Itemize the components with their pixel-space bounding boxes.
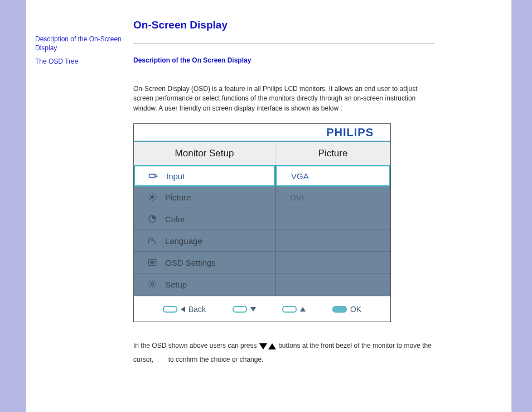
brightness-icon <box>147 192 157 202</box>
follow-text-a: In the OSD shown above users can press <box>133 342 257 349</box>
osd-col-header-right: Picture <box>275 142 390 165</box>
osd-option-empty <box>275 208 390 230</box>
osd-menu-label: Color <box>165 214 185 224</box>
follow-paragraph: In the OSD shown above users can press b… <box>133 339 434 367</box>
osd-menu-label: Setup <box>165 280 187 289</box>
svg-rect-12 <box>150 261 154 264</box>
osd-menu-label: Input <box>166 171 185 181</box>
color-icon <box>147 214 157 224</box>
chevron-down-icon <box>250 307 256 312</box>
osd-menu-label: OSD Settings <box>165 258 216 267</box>
input-icon <box>148 171 158 181</box>
osd-up-button <box>282 306 306 313</box>
osd-option-empty <box>275 230 390 252</box>
svg-line-9 <box>154 194 156 195</box>
intro-paragraph: On-Screen Display (OSD) is a feature in … <box>133 84 434 113</box>
follow-text-c: to confirm the choice or change. <box>168 356 264 363</box>
chevron-left-icon <box>181 306 185 312</box>
osd-back-button: Back <box>163 305 206 314</box>
svg-line-6 <box>149 194 151 195</box>
philips-logo: PHILIPS <box>326 124 374 141</box>
divider <box>133 44 434 44</box>
osd-ok-button: OK <box>332 305 361 314</box>
language-icon <box>147 236 157 246</box>
section-heading: Description of the On Screen Display <box>133 56 434 64</box>
osd-menu-osd-settings: OSD Settings <box>134 252 275 274</box>
osd-ok-label: OK <box>350 305 361 314</box>
link-osd-tree[interactable]: The OSD Tree <box>35 57 124 66</box>
svg-point-1 <box>151 195 154 199</box>
sidebar-nav: Description of the On-Screen Display The… <box>35 35 124 71</box>
osd-menu-picture: Picture <box>134 186 275 208</box>
pill-icon <box>282 306 297 313</box>
svg-point-13 <box>151 283 154 286</box>
gear-icon <box>147 279 157 289</box>
osd-menu-input: Input <box>134 165 275 186</box>
osd-menu-label: Picture <box>165 193 191 202</box>
osd-settings-icon <box>147 257 157 267</box>
osd-option-empty <box>275 274 390 295</box>
osd-back-label: Back <box>188 305 206 314</box>
svg-line-8 <box>149 199 151 200</box>
pill-icon <box>233 306 247 313</box>
link-description[interactable]: Description of the On-Screen Display <box>35 35 124 52</box>
page-title: On-Screen Display <box>133 19 434 31</box>
pill-icon <box>163 306 177 313</box>
chevron-up-icon <box>300 307 306 312</box>
osd-menu-setup: Setup <box>134 274 275 295</box>
osd-menu-language: Language <box>134 230 275 252</box>
osd-screenshot: PHILIPS Monitor Setup Picture Input <box>133 123 391 322</box>
osd-menu-label: Language <box>165 236 202 246</box>
svg-line-7 <box>154 199 156 200</box>
osd-down-button <box>233 306 256 313</box>
osd-option-label: VGA <box>291 171 309 181</box>
osd-option-empty <box>275 252 390 274</box>
osd-option-dvi: DVI <box>275 186 390 208</box>
pill-icon <box>332 306 347 313</box>
osd-option-label: DVI <box>290 193 304 202</box>
svg-rect-0 <box>149 174 156 178</box>
osd-menu-color: Color <box>134 208 275 230</box>
osd-option-vga: VGA <box>275 165 390 186</box>
osd-col-header-left: Monitor Setup <box>134 142 275 165</box>
main-content: On-Screen Display Description of the On … <box>133 19 434 367</box>
triangle-down-icon <box>259 343 267 349</box>
triangle-up-icon <box>268 343 276 349</box>
